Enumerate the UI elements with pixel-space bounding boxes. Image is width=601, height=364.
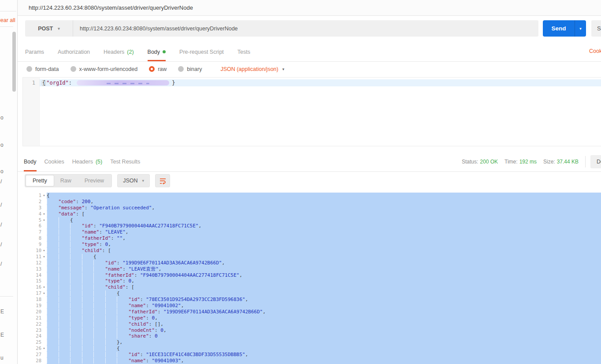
body-mode-binary[interactable]: binary	[178, 66, 202, 72]
fold-toggle-icon[interactable]: ▾	[41, 211, 47, 217]
code-line: "name": "LEAVE直营",	[47, 266, 601, 272]
indent-guide	[47, 352, 59, 357]
url-input[interactable]: http://124.223.60.234:8080/system/asset/…	[73, 20, 538, 37]
editor-gutter: 1	[23, 78, 40, 146]
json-token: ,	[163, 327, 167, 333]
indent-guide	[105, 297, 117, 302]
indent-guide	[70, 290, 82, 296]
response-tab-headers[interactable]: Headers(5)	[72, 152, 103, 171]
request-tab-title: http://124.223.60.234:8080/system/asset/…	[29, 4, 193, 11]
fold-toggle-icon[interactable]: ▾	[41, 254, 47, 260]
fold-toggle-icon[interactable]: ▾	[41, 290, 47, 297]
code-line: "message": "Operation succeeded",	[47, 205, 601, 211]
wrap-text-button[interactable]	[155, 174, 170, 187]
fold-toggle-icon[interactable]: ▾	[41, 345, 47, 352]
json-token: "09041002"	[152, 303, 181, 308]
line-number-gutter: 14	[22, 272, 47, 279]
json-token: },	[117, 339, 122, 345]
indent-guide	[70, 309, 82, 315]
indent-guide	[82, 339, 94, 345]
indent-guide	[93, 345, 105, 351]
send-options-button[interactable]: ▾	[575, 20, 586, 37]
code-line: "data": [	[47, 211, 601, 217]
line-number-gutter: 5▾	[22, 217, 47, 223]
history-item-fragment[interactable]: o	[0, 168, 4, 175]
indent-guide	[70, 272, 82, 278]
tab-label: Tests	[237, 49, 250, 55]
line-number: 16	[36, 284, 41, 290]
fold-toggle-icon[interactable]: ▾	[41, 193, 47, 199]
history-item-fragment[interactable]: u	[0, 355, 4, 361]
sidebar-scrollbar[interactable]	[12, 32, 16, 92]
tab-tests[interactable]: Tests	[237, 42, 250, 61]
json-token: "id"	[105, 260, 117, 266]
response-json-line: 9 "type": 0,	[22, 241, 601, 248]
indent-guide	[70, 303, 82, 308]
clear-all-link[interactable]: Clear all	[0, 17, 15, 23]
request-tab-header[interactable]: http://124.223.60.234:8080/system/asset/…	[18, 0, 601, 16]
response-json-line: 11▾ {	[22, 254, 601, 260]
history-item-fragment[interactable]: /	[0, 261, 2, 267]
response-tab-cookies[interactable]: Cookies	[45, 152, 64, 171]
line-number: 12	[36, 260, 41, 266]
url-row: POST ▾ http://124.223.60.234:8080/system…	[18, 16, 601, 42]
format-select[interactable]: JSON ▾	[117, 174, 150, 187]
history-item-fragment[interactable]: /	[0, 202, 2, 208]
response-tab-test-results[interactable]: Test Results	[110, 152, 140, 171]
send-button[interactable]: Send	[543, 20, 575, 37]
tab-body[interactable]: Body	[148, 42, 166, 61]
history-item-fragment[interactable]: E	[0, 332, 4, 338]
indent-guide	[47, 327, 59, 333]
indent-guide	[93, 290, 105, 296]
body-mode-form-data[interactable]: form-data	[26, 66, 59, 72]
history-item-fragment[interactable]: E	[0, 308, 4, 315]
history-item-fragment[interactable]: o	[0, 142, 4, 148]
tab-count: (5)	[96, 159, 102, 165]
view-mode-raw[interactable]: Raw	[54, 175, 78, 186]
line-number-gutter: 6	[22, 223, 47, 229]
indent-guide	[59, 223, 70, 229]
history-item-fragment[interactable]: /	[0, 222, 2, 228]
indent-guide	[105, 303, 117, 308]
indent-guide	[59, 297, 70, 302]
method-select[interactable]: POST ▾	[25, 20, 73, 37]
save-button[interactable]: Save	[591, 20, 601, 37]
download-button[interactable]: Download	[590, 155, 601, 168]
indent-guide	[93, 260, 105, 266]
body-mode-x-www-form-urlencoded[interactable]: x-www-form-urlencoded	[70, 66, 138, 72]
indent-guide	[105, 309, 117, 315]
cookies-link[interactable]: Cookies	[589, 48, 601, 54]
content-type-select[interactable]: JSON (application/json)▾	[220, 66, 284, 72]
line-number: 27	[36, 352, 41, 358]
line-number-gutter: 9	[22, 241, 47, 248]
view-mode-preview[interactable]: Preview	[78, 175, 111, 186]
json-token: "id"	[129, 297, 141, 302]
body-mode-raw[interactable]: raw	[149, 66, 167, 72]
fold-toggle-icon[interactable]: ▾	[41, 248, 47, 254]
view-mode-pretty[interactable]: Pretty	[26, 175, 54, 186]
indent-guide	[93, 309, 105, 315]
indent-guide	[70, 223, 82, 229]
history-item-fragment[interactable]: /	[0, 241, 2, 248]
indent-guide	[47, 303, 59, 308]
indent-guide	[47, 309, 59, 315]
tab-params[interactable]: Params	[25, 42, 44, 61]
response-body-viewer[interactable]: 1▾{2 "code": 200,3 "message": "Operation…	[22, 192, 601, 364]
tab-headers[interactable]: Headers(2)	[104, 42, 134, 61]
indent-guide	[93, 352, 105, 357]
response-json-line: 25 },	[22, 339, 601, 345]
tab-pre-request-script[interactable]: Pre-request Script	[179, 42, 224, 61]
fold-toggle-icon[interactable]: ▾	[41, 284, 47, 290]
indent-guide	[47, 248, 59, 253]
tab-authorization[interactable]: Authorization	[58, 42, 90, 61]
fold-toggle-icon[interactable]: ▾	[41, 217, 47, 223]
response-tab-body[interactable]: Body	[24, 152, 37, 171]
line-number-gutter: 24	[22, 333, 47, 339]
history-item-fragment[interactable]: o	[0, 115, 4, 121]
chevron-down-icon: ▾	[282, 67, 285, 71]
json-token: ,	[181, 358, 184, 364]
editor-code-area[interactable]: {"orgId": }	[40, 78, 601, 146]
line-number-gutter: 3	[22, 205, 47, 211]
code-line: "name": "LEAVE",	[47, 229, 601, 235]
history-item-fragment[interactable]: /	[0, 178, 2, 185]
